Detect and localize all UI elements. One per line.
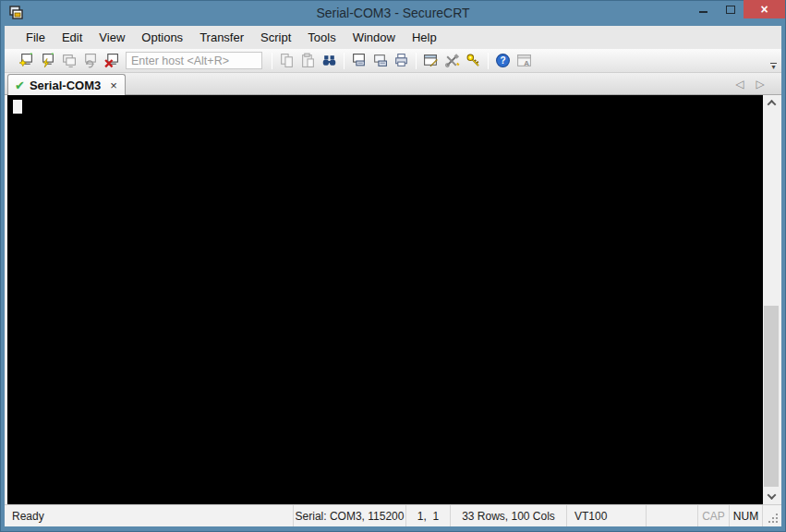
session-options-button[interactable] [420, 51, 441, 71]
print-screen-icon [351, 53, 367, 68]
connected-check-icon: ✔ [15, 79, 25, 92]
menu-tools[interactable]: Tools [299, 27, 344, 48]
resize-grip-icon [768, 514, 779, 524]
tab-scroll-right-button[interactable]: ▷ [752, 76, 768, 92]
print-screen-button[interactable] [348, 51, 369, 71]
reconnect-icon [82, 53, 98, 68]
quick-connect-icon [18, 53, 34, 68]
tabbar: ✔ Serial-COM3 × ◁ ▷ [5, 73, 781, 95]
font-window-icon: A [516, 53, 532, 68]
print-button[interactable] [391, 51, 412, 71]
auto-print-button[interactable] [369, 51, 391, 71]
toolbar: ? A ▾ [5, 49, 781, 73]
menu-transfer[interactable]: Transfer [191, 27, 252, 48]
svg-text:A: A [524, 59, 529, 67]
status-empty-segment [647, 505, 698, 526]
tab-label: Serial-COM3 [30, 79, 101, 92]
status-num-lock: NUM [730, 505, 763, 526]
close-button[interactable]: × [744, 0, 785, 18]
scroll-down-button[interactable] [763, 489, 780, 504]
window-title: Serial-COM3 - SecureCRT [0, 6, 786, 20]
maximize-button[interactable] [717, 0, 744, 18]
global-options-icon [444, 53, 460, 68]
chevron-down-icon: ▾ [771, 65, 775, 70]
toolbar-separator [416, 53, 417, 69]
global-options-button[interactable] [441, 51, 463, 71]
menu-view[interactable]: View [91, 27, 133, 48]
connect-button[interactable] [37, 51, 58, 71]
close-icon: × [760, 2, 768, 17]
menubar: File Edit View Options Transfer Script T… [5, 26, 781, 49]
menu-file[interactable]: File [18, 27, 54, 48]
menu-help[interactable]: Help [404, 27, 445, 48]
statusbar: Ready Serial: COM3, 115200 1, 1 33 Rows,… [5, 504, 781, 526]
session-options-icon [423, 53, 439, 68]
quick-connect-button[interactable] [16, 51, 37, 71]
status-emulation: VT100 [567, 505, 647, 526]
svg-text:?: ? [500, 55, 505, 66]
status-caps-lock: CAP [698, 505, 730, 526]
status-ready: Ready [5, 505, 294, 526]
scroll-up-button[interactable] [763, 95, 780, 111]
status-cursor-position: 1, 1 [406, 505, 451, 526]
auto-print-icon [372, 53, 388, 68]
connect-icon [40, 53, 55, 68]
toolbar-separator [344, 53, 345, 69]
tab-nav: ◁ ▷ [732, 76, 768, 92]
disconnect-button[interactable] [101, 51, 122, 71]
window-controls: × [690, 0, 785, 18]
tab-serial-com3[interactable]: ✔ Serial-COM3 × [7, 74, 126, 95]
help-button[interactable]: ? [492, 51, 514, 71]
terminal-row [5, 95, 781, 504]
terminal-screen[interactable] [7, 95, 763, 504]
status-terminal-size: 33 Rows, 100 Cols [451, 505, 567, 526]
key-agent-icon [466, 53, 481, 68]
menu-options[interactable]: Options [133, 27, 191, 48]
vertical-scrollbar[interactable] [763, 95, 780, 504]
resize-grip[interactable] [763, 505, 781, 526]
print-icon [393, 53, 409, 68]
minimize-button[interactable] [690, 0, 717, 18]
reconnect-button[interactable] [79, 51, 101, 71]
paste-button[interactable] [297, 51, 319, 71]
window-body: File Edit View Options Transfer Script T… [5, 26, 781, 526]
connect-in-tab-icon [61, 53, 77, 68]
paste-icon [300, 53, 316, 68]
font-window-button[interactable]: A [514, 51, 535, 71]
help-icon: ? [495, 53, 511, 68]
terminal-cursor [13, 100, 22, 114]
tab-scroll-left-button[interactable]: ◁ [732, 76, 748, 92]
menu-script[interactable]: Script [252, 27, 299, 48]
copy-button[interactable] [276, 51, 297, 71]
key-agent-button[interactable] [463, 51, 484, 71]
toolbar-overflow-button[interactable]: ▾ [768, 63, 780, 70]
scrollbar-thumb[interactable] [764, 306, 779, 487]
menu-edit[interactable]: Edit [54, 27, 91, 48]
titlebar: Serial-COM3 - SecureCRT × [0, 0, 786, 26]
find-button[interactable] [319, 51, 340, 71]
chevron-down-icon [767, 490, 776, 500]
chevron-up-icon [767, 100, 776, 109]
toolbar-separator [488, 53, 489, 69]
securecrt-window: Serial-COM3 - SecureCRT × File Edit View… [0, 0, 786, 532]
host-input[interactable] [126, 52, 262, 69]
find-icon [321, 53, 337, 68]
minimize-icon [699, 11, 707, 13]
status-connection: Serial: COM3, 115200 [294, 505, 406, 526]
copy-icon [279, 53, 295, 68]
tab-close-button[interactable]: × [110, 79, 117, 91]
connect-in-tab-button[interactable] [58, 51, 79, 71]
disconnect-icon [103, 53, 119, 68]
toolbar-separator [272, 53, 272, 69]
maximize-icon [726, 6, 735, 14]
menu-window[interactable]: Window [345, 27, 404, 48]
